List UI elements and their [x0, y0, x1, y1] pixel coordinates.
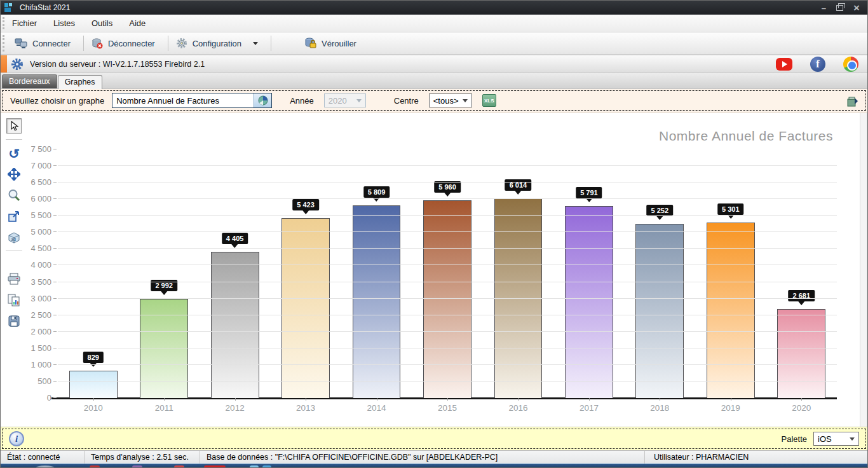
bar-column: 2 681 — [766, 149, 837, 398]
taskbar-icon[interactable] — [132, 465, 142, 468]
chart-area: Nombre Annuel de Factures 8292 9924 4055… — [27, 113, 860, 427]
palette-select[interactable]: iOS — [813, 432, 859, 446]
value-callout: 829 — [83, 352, 104, 363]
pointer-icon — [10, 121, 19, 132]
taskbar-icon[interactable] — [204, 465, 226, 468]
bar-2018[interactable] — [635, 224, 684, 398]
x-axis-label: 2017 — [553, 398, 624, 420]
bar-column: 5 960 — [412, 149, 482, 398]
value-callout: 5 423 — [292, 199, 319, 210]
y-tick — [53, 315, 57, 315]
graph-select[interactable]: Nombre Annuel de Factures — [112, 93, 272, 108]
y-tick — [53, 331, 57, 332]
x-axis-label: 2018 — [625, 398, 695, 420]
connect-button[interactable]: Connecter — [8, 32, 82, 54]
status-user: Utilisateur : PHARMACIEN — [645, 451, 755, 464]
gridline — [58, 315, 837, 315]
bar-2012[interactable] — [211, 252, 259, 398]
start-button-icon[interactable] — [36, 465, 55, 468]
y-axis-label: 3 500 — [21, 277, 51, 287]
close-button[interactable]: × — [853, 3, 860, 13]
chrome-icon[interactable] — [843, 57, 858, 72]
restore-button[interactable] — [836, 5, 843, 11]
y-tick — [53, 348, 57, 348]
app-logo-icon — [4, 3, 15, 12]
year-select: 2020 — [324, 93, 366, 107]
gridline — [58, 331, 837, 332]
view-3d-tool-button[interactable]: 3d — [6, 230, 22, 245]
pie-chart-icon[interactable] — [254, 93, 271, 107]
bar-column: 6 014 — [483, 149, 553, 398]
y-axis-label: 1 500 — [21, 343, 51, 353]
bar-2014[interactable] — [353, 205, 401, 398]
lock-button[interactable]: Vérouiller — [298, 32, 368, 54]
y-axis-label: 2 000 — [21, 327, 51, 336]
gridline — [58, 381, 837, 382]
x-axis-labels: 2010201120122013201420152016201720182019… — [58, 398, 837, 420]
tab-bordereaux[interactable]: Bordereaux — [2, 74, 57, 88]
pointer-tool-button[interactable] — [6, 118, 22, 134]
bar-2011[interactable] — [140, 299, 188, 398]
disconnect-button[interactable]: Déconnecter — [85, 32, 166, 54]
cube-3d-icon: 3d — [7, 231, 21, 244]
centre-label: Centre — [394, 96, 419, 106]
value-callout: 5 791 — [576, 187, 602, 198]
palette-bar: i Palette iOS — [1, 427, 867, 450]
x-axis-label: 2014 — [341, 398, 412, 420]
undo-tool-button[interactable]: ↺ — [6, 146, 22, 161]
print-tool-button[interactable] — [6, 272, 22, 287]
pan-tool-button[interactable] — [6, 167, 22, 182]
gear-icon — [176, 38, 187, 49]
server-version-text: Version du serveur : WI-V2.1.7.18553 Fir… — [30, 60, 205, 69]
value-callout: 5 809 — [363, 186, 390, 198]
y-tick — [53, 364, 57, 365]
bar-column: 2 992 — [128, 149, 199, 398]
menu-outils[interactable]: Outils — [92, 18, 112, 28]
save-tool-button[interactable] — [6, 313, 22, 329]
y-axis-label: 5 000 — [21, 227, 51, 237]
x-axis-label: 2020 — [766, 398, 837, 420]
configuration-dropdown-caret[interactable] — [253, 42, 258, 45]
bar-2020[interactable] — [777, 309, 825, 398]
y-tick — [53, 165, 57, 166]
y-tick — [53, 265, 57, 265]
bar-2013[interactable] — [281, 218, 330, 398]
tab-graphes[interactable]: Graphes — [58, 75, 102, 89]
taskbar-icon[interactable] — [174, 465, 184, 468]
zoom-tool-button[interactable] — [6, 188, 22, 203]
configuration-button[interactable]: Configuration — [170, 32, 269, 54]
status-connection: État : connecté — [1, 451, 85, 464]
gridline — [58, 165, 837, 166]
menu-aide[interactable]: Aide — [129, 18, 146, 28]
facebook-icon[interactable]: f — [810, 57, 825, 72]
toolbar-separator — [271, 36, 271, 51]
computers-icon — [15, 38, 27, 48]
bar-2017[interactable] — [565, 206, 613, 398]
value-callout: 2 681 — [788, 290, 815, 301]
y-axis-label: 7 500 — [21, 144, 51, 154]
vertical-scrollbar[interactable] — [860, 113, 867, 427]
export-image-icon[interactable] — [846, 96, 859, 109]
taskbar-icon[interactable] — [250, 465, 259, 468]
y-axis-label: 0 — [21, 393, 51, 403]
centre-select[interactable]: <tous> — [429, 93, 472, 107]
menu-listes[interactable]: Listes — [53, 18, 75, 28]
bar-column: 5 252 — [625, 149, 695, 398]
copy-chart-icon — [7, 293, 21, 307]
taskbar-icon[interactable] — [90, 465, 100, 468]
menu-fichier[interactable]: Fichier — [12, 18, 37, 28]
resize-tool-button[interactable] — [6, 209, 22, 224]
info-icon[interactable]: i — [9, 431, 24, 446]
y-axis-label: 500 — [21, 376, 51, 386]
bar-2010[interactable] — [69, 371, 118, 398]
y-tick — [53, 198, 57, 199]
bar-2015[interactable] — [423, 200, 471, 398]
copy-chart-tool-button[interactable] — [6, 292, 22, 308]
minimize-button[interactable]: – — [822, 4, 826, 12]
gridline — [58, 298, 837, 299]
bar-column: 829 — [58, 149, 128, 398]
y-axis-label: 4 500 — [21, 244, 51, 253]
taskbar-icon[interactable] — [262, 465, 271, 468]
youtube-icon[interactable] — [776, 58, 792, 71]
export-xls-icon[interactable]: XLS — [482, 94, 496, 107]
